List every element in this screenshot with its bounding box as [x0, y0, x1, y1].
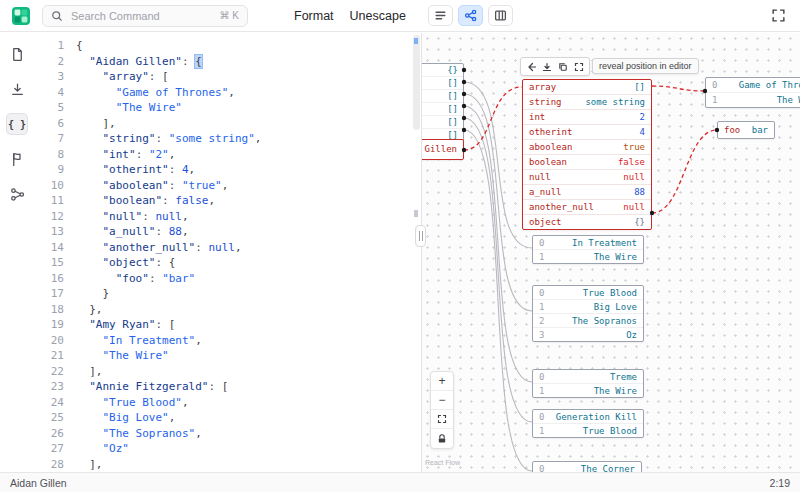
graph-node-selected-key[interactable]: Aidan Gillen — [421, 139, 464, 160]
array-row[interactable]: 0Generation Kill — [533, 410, 643, 424]
detail-row-null[interactable]: nullnull — [523, 170, 651, 185]
array-row[interactable]: 0In Treatment — [533, 236, 643, 250]
editor-line[interactable]: 19 "Amy Ryan": [ — [34, 317, 421, 333]
array-row[interactable]: 1Big Love — [533, 300, 643, 314]
editor-line[interactable]: 12 "null": null, — [34, 209, 421, 225]
editor-line[interactable]: 21 "The Wire" — [34, 348, 421, 364]
zoom-in-button[interactable]: + — [431, 372, 453, 391]
editor-line[interactable]: 4 "Game of Thrones", — [34, 85, 421, 101]
root-node-row[interactable]: [] — [421, 90, 463, 103]
detail-row-object[interactable]: object{} — [523, 215, 651, 229]
root-node-row[interactable]: [] — [421, 103, 463, 116]
root-node-row[interactable]: [] — [421, 77, 463, 90]
line-number: 7 — [34, 131, 76, 147]
search-input[interactable] — [69, 9, 214, 23]
json-editor[interactable]: 1{2 "Aidan Gillen": {3 "array": [4 "Game… — [34, 33, 421, 472]
editor-line[interactable]: 17 } — [34, 286, 421, 302]
scrollbar-thumb[interactable] — [413, 35, 420, 130]
graph-canvas[interactable]: {}[][][][][]Aidan Gillenarray[]stringsom… — [421, 33, 800, 472]
download-icon[interactable] — [6, 78, 28, 100]
editor-line[interactable]: 16 "foo": "bar" — [34, 271, 421, 287]
editor-scrollbar[interactable] — [411, 33, 421, 472]
table-view-button[interactable] — [488, 5, 513, 26]
detail-row-aboolean[interactable]: abooleantrue — [523, 140, 651, 155]
expand-icon[interactable] — [572, 60, 586, 73]
array-row[interactable]: 1The Wire — [706, 93, 800, 107]
graph-node-annie[interactable]: 0True Blood1Big Love2The Sopranos3Oz — [532, 285, 644, 342]
line-content: }, — [76, 302, 103, 318]
text-view-button[interactable] — [428, 5, 453, 26]
detail-row-string[interactable]: stringsome string — [523, 95, 651, 110]
editor-line[interactable]: 24 "True Blood", — [34, 395, 421, 411]
lock-button[interactable] — [431, 429, 453, 448]
detail-row-array[interactable]: array[] — [523, 80, 651, 95]
flag-icon[interactable] — [6, 148, 28, 170]
root-node-row[interactable]: {} — [421, 64, 463, 77]
graph-node-root[interactable]: {}[][][][][] — [421, 63, 464, 142]
editor-line[interactable]: 28 ], — [34, 457, 421, 473]
panel-resize-handle[interactable] — [415, 225, 426, 247]
editor-line[interactable]: 11 "boolean": false, — [34, 193, 421, 209]
unescape-button[interactable]: Unescape — [350, 9, 406, 23]
editor-line[interactable]: 18 }, — [34, 302, 421, 318]
braces-icon[interactable]: { } — [6, 113, 28, 135]
graph-node-detail[interactable]: array[]stringsome stringint2otherint4abo… — [522, 79, 652, 230]
row-index: 1 — [539, 252, 544, 262]
array-row[interactable]: 0The Corner — [533, 462, 641, 472]
graph-node-got[interactable]: 0Game of Thrones1The Wire — [705, 77, 800, 108]
editor-line[interactable]: 5 "The Wire" — [34, 100, 421, 116]
format-button[interactable]: Format — [294, 9, 334, 23]
detail-row-int[interactable]: int2 — [523, 110, 651, 125]
editor-line[interactable]: 3 "array": [ — [34, 69, 421, 85]
fullscreen-button[interactable] — [771, 8, 786, 23]
editor-line[interactable]: 23 "Annie Fitzgerald": [ — [34, 379, 421, 395]
editor-line[interactable]: 10 "aboolean": "true", — [34, 178, 421, 194]
editor-line[interactable]: 15 "object": { — [34, 255, 421, 271]
graph-node-amy[interactable]: 0In Treatment1The Wire — [532, 235, 644, 264]
reactflow-attribution[interactable]: React Flow — [425, 459, 460, 466]
array-row[interactable]: 3Oz — [533, 328, 643, 341]
file-icon[interactable] — [6, 43, 28, 65]
graph-node-corner[interactable]: 0The Corner — [532, 461, 642, 472]
editor-line[interactable]: 9 "otherint": 4, — [34, 162, 421, 178]
editor-line[interactable]: 7 "string": "some string", — [34, 131, 421, 147]
editor-line[interactable]: 26 "The Sopranos", — [34, 426, 421, 442]
array-row[interactable]: 1The Wire — [533, 250, 643, 263]
editor-line[interactable]: 6 ], — [34, 116, 421, 132]
object-row[interactable]: foobar — [718, 122, 774, 138]
editor-line[interactable]: 25 "Big Love", — [34, 410, 421, 426]
array-row[interactable]: 0True Blood — [533, 286, 643, 300]
array-row[interactable]: 2The Sopranos — [533, 314, 643, 328]
graph-view-button[interactable] — [458, 5, 483, 26]
detail-row-a_null[interactable]: a_null88 — [523, 185, 651, 200]
editor-line[interactable]: 20 "In Treatment", — [34, 333, 421, 349]
editor-line[interactable]: 22 ], — [34, 364, 421, 380]
download-icon[interactable] — [540, 60, 554, 73]
graph-node-treme[interactable]: 0Treme1The Wire — [532, 369, 644, 398]
editor-line[interactable]: 13 "a_null": 88, — [34, 224, 421, 240]
root-node-row[interactable]: [] — [421, 116, 463, 129]
graph-node-genkill[interactable]: 0Generation Kill1True Blood — [532, 409, 644, 438]
array-row[interactable]: 1The Wire — [533, 384, 643, 397]
detail-row-boolean[interactable]: booleanfalse — [523, 155, 651, 170]
editor-line[interactable]: 1{ — [34, 38, 421, 54]
detail-row-another_null[interactable]: another_nullnull — [523, 200, 651, 215]
array-row[interactable]: 1True Blood — [533, 424, 643, 437]
editor-line[interactable]: 27 "Oz" — [34, 441, 421, 457]
array-row[interactable]: 0Game of Thrones — [706, 78, 800, 93]
share-icon[interactable] — [6, 183, 28, 205]
editor-line[interactable]: 14 "another_null": null, — [34, 240, 421, 256]
app-logo[interactable] — [12, 7, 30, 25]
editor-line[interactable]: 8 "int": "2", — [34, 147, 421, 163]
fit-view-button[interactable] — [431, 410, 453, 429]
line-number: 2 — [34, 54, 76, 70]
array-row[interactable]: 0Treme — [533, 370, 643, 384]
row-index: 2 — [539, 316, 544, 326]
zoom-out-button[interactable]: − — [431, 391, 453, 410]
search-command[interactable]: ⌘ K — [42, 5, 248, 27]
detail-row-otherint[interactable]: otherint4 — [523, 125, 651, 140]
graph-node-foo[interactable]: foobar — [717, 121, 775, 139]
reveal-position-icon[interactable] — [524, 60, 538, 73]
copy-icon[interactable] — [556, 60, 570, 73]
editor-line[interactable]: 2 "Aidan Gillen": { — [34, 54, 421, 70]
